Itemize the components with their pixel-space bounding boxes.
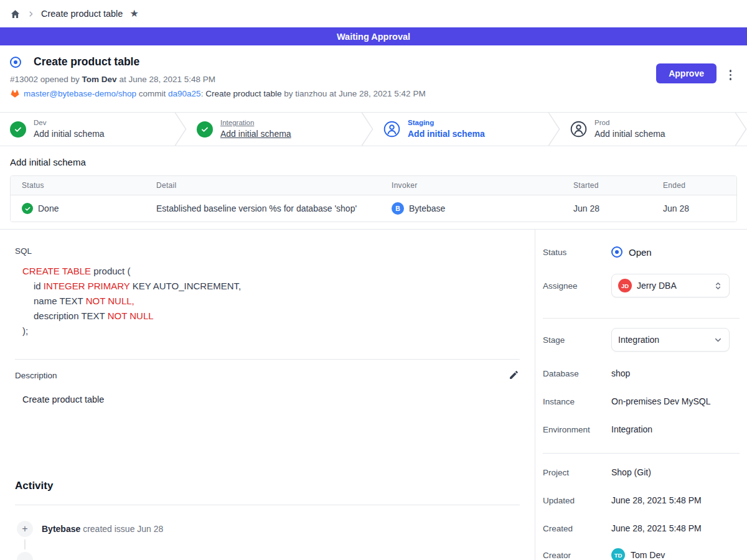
commit-suffix: by tianzhou at June 28, 2021 5:42 PM xyxy=(281,89,425,98)
task-started: Jun 28 xyxy=(562,203,652,213)
stage-pipeline: DevAdd initial schema IntegrationAdd ini… xyxy=(0,112,747,146)
sql-text: description TEXT xyxy=(34,310,108,321)
created-label: Created xyxy=(543,524,611,533)
divider xyxy=(543,318,740,319)
stage-select[interactable]: Integration xyxy=(611,328,730,352)
branch-link[interactable]: master@bytebase-demo/shop xyxy=(24,89,136,98)
issue-meta-prefix: #13002 opened by xyxy=(10,75,82,84)
instance-value: On-premises Dev MySQL xyxy=(611,396,710,406)
sql-text: KEY AUTO_INCREMENT, xyxy=(129,281,241,291)
task-status: Done xyxy=(38,203,59,213)
sql-text: name TEXT xyxy=(34,296,86,306)
edit-pencil-icon[interactable] xyxy=(509,370,520,381)
column-header-detail: Detail xyxy=(145,181,380,190)
sql-label: SQL xyxy=(15,246,520,256)
breadcrumb: Create product table ★ xyxy=(0,0,747,27)
breadcrumb-current: Create product table xyxy=(41,9,123,19)
stage-task-label: Add initial schema xyxy=(408,128,485,140)
updated-label: Updated xyxy=(543,496,611,505)
sql-keyword: INTEGER PRIMARY xyxy=(44,281,130,291)
database-value: shop xyxy=(611,368,630,378)
environment-label: Environment xyxy=(543,425,611,434)
approve-button[interactable]: Approve xyxy=(656,63,716,83)
issue-meta: #13002 opened by Tom Dev at June 28, 202… xyxy=(10,75,747,84)
description-label: Description xyxy=(15,371,57,380)
issue-sidebar: Status Open Assignee JD Jerry DBA Stage … xyxy=(535,230,747,560)
column-header-status: Status xyxy=(11,181,145,190)
plus-icon: + xyxy=(17,521,33,537)
star-icon[interactable]: ★ xyxy=(129,9,138,19)
commit-line: master@bytebase-demo/shop commit da90a25… xyxy=(10,89,747,98)
chevron-right-icon xyxy=(27,11,34,17)
issue-author: Tom Dev xyxy=(82,75,117,84)
sql-text: id xyxy=(34,281,44,291)
stage-value: Integration xyxy=(618,335,659,345)
banner-text: Waiting Approval xyxy=(337,32,410,42)
stage-separator xyxy=(361,113,374,146)
creator-value: Tom Dev xyxy=(631,550,665,560)
divider xyxy=(15,359,520,360)
assignee-avatar: JD xyxy=(618,279,632,292)
project-value: Shop (Git) xyxy=(611,467,651,477)
stage-env-label: Staging xyxy=(408,118,485,128)
column-header-started: Started xyxy=(562,181,652,190)
sql-line: id INTEGER PRIMARY KEY AUTO_INCREMENT, xyxy=(22,279,520,294)
sql-text: product ( xyxy=(91,266,130,276)
stage-integration[interactable]: IntegrationAdd initial schema xyxy=(187,113,361,146)
page-title: Create product table xyxy=(34,55,139,68)
issue-meta-suffix: at June 28, 2021 5:48 PM xyxy=(117,75,215,84)
project-label: Project xyxy=(543,468,611,477)
stage-separator xyxy=(548,113,560,146)
activity-actor: Bytebase xyxy=(42,524,80,534)
task-detail: Established baseline version %s for data… xyxy=(145,203,380,213)
stage-staging[interactable]: StagingAdd initial schema xyxy=(374,113,548,146)
stage-separator xyxy=(174,113,187,146)
commit-text: master@bytebase-demo/shop commit da90a25… xyxy=(24,89,426,98)
assignee-value: Jerry DBA xyxy=(637,281,677,291)
home-icon[interactable] xyxy=(10,9,21,19)
instance-label: Instance xyxy=(543,397,611,406)
divider xyxy=(543,453,740,454)
column-header-ended: Ended xyxy=(652,181,736,190)
commit-message: Create product table xyxy=(205,89,281,98)
issue-header: Create product table #13002 opened by To… xyxy=(0,45,747,112)
stage-task-label: Add initial schema xyxy=(34,128,105,140)
stage-task-label: Add initial schema xyxy=(220,128,291,140)
person-circle-icon xyxy=(570,121,587,138)
activity-action: created issue Jun 28 xyxy=(80,524,163,534)
creator-label: Creator xyxy=(543,551,611,560)
check-circle-icon xyxy=(22,203,33,214)
table-row[interactable]: Done Established baseline version %s for… xyxy=(11,195,736,222)
stage-dev[interactable]: DevAdd initial schema xyxy=(0,113,174,146)
sql-line: description TEXT NOT NULL xyxy=(22,309,520,324)
sql-keyword: CREATE TABLE xyxy=(22,266,91,276)
check-circle-icon xyxy=(10,121,26,138)
stage-env-label: Integration xyxy=(220,118,291,128)
more-menu-icon[interactable] xyxy=(728,68,733,82)
commit-word: commit xyxy=(136,89,168,98)
column-header-invoker: Invoker xyxy=(380,181,562,190)
commit-hash-link[interactable]: da90a25 xyxy=(168,89,201,98)
sql-keyword: NOT NULL xyxy=(108,310,154,321)
assignee-select[interactable]: JD Jerry DBA xyxy=(611,274,730,297)
timeline-connector xyxy=(24,539,26,549)
sql-line: name TEXT NOT NULL, xyxy=(22,294,520,309)
main-panel: SQL CREATE TABLE product ( id INTEGER PR… xyxy=(0,230,535,560)
created-value: June 28, 2021 5:48 PM xyxy=(611,523,702,533)
bytebase-avatar: B xyxy=(392,202,404,215)
activity-title: Activity xyxy=(15,480,520,492)
check-circle-icon xyxy=(197,121,213,138)
table-header-row: Status Detail Invoker Started Ended xyxy=(11,176,736,195)
stage-prod[interactable]: ProdAdd initial schema xyxy=(560,113,735,146)
task-section: Add initial schema Status Detail Invoker… xyxy=(0,146,747,229)
gitlab-icon xyxy=(10,89,20,98)
assignee-label: Assignee xyxy=(543,281,611,291)
database-label: Database xyxy=(543,369,611,378)
stage-env-label: Dev xyxy=(34,118,105,128)
activity-timeline: + Bytebase created issue Jun 28 xyxy=(15,521,520,537)
stage-task-label: Add initial schema xyxy=(594,128,665,140)
task-ended: Jun 28 xyxy=(652,203,736,213)
selector-updown-icon xyxy=(713,281,723,291)
timeline-next-node xyxy=(17,552,33,560)
environment-value: Integration xyxy=(611,424,652,434)
